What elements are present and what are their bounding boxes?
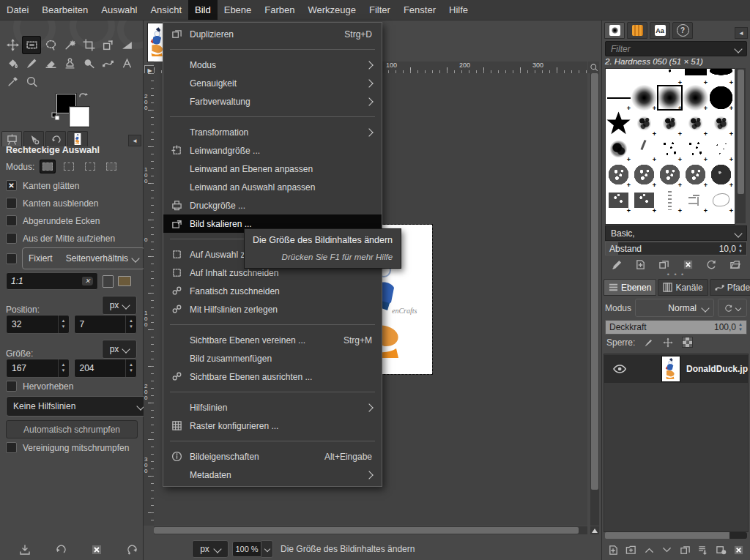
brush-item[interactable] [683, 136, 708, 162]
new-brush-icon[interactable] [635, 259, 646, 270]
brush-item[interactable] [631, 111, 657, 136]
horizontal-scrollbar[interactable] [154, 526, 587, 534]
mode-subtract-button[interactable] [82, 160, 98, 173]
landscape-icon[interactable] [118, 276, 131, 286]
menu-farben[interactable]: Farben [258, 0, 301, 20]
gradient-tool[interactable] [117, 36, 136, 54]
brush-item[interactable] [708, 187, 734, 213]
position-y-input[interactable]: 7 ▲▼ [74, 315, 138, 334]
menu-item-metadaten[interactable]: Metadaten [163, 466, 382, 484]
spinner-icon[interactable]: ▲▼ [58, 359, 69, 377]
fuzzy-select-tool[interactable] [60, 36, 79, 54]
brush-item[interactable] [606, 136, 631, 162]
fixed-combo[interactable]: Fixiert Seitenverhältnis [22, 247, 145, 269]
menu-fenster[interactable]: Fenster [397, 0, 442, 20]
brush-item[interactable] [708, 85, 734, 111]
raise-layer-icon[interactable] [644, 545, 655, 556]
mode-switch-button[interactable] [718, 299, 747, 317]
brush-item[interactable] [606, 85, 631, 111]
brush-item[interactable] [708, 111, 734, 136]
brush-item[interactable] [657, 68, 683, 85]
paintbrush-tool[interactable] [22, 54, 41, 72]
lower-layer-icon[interactable] [661, 545, 672, 556]
brush-item[interactable] [606, 111, 631, 136]
mode-replace-button[interactable] [40, 160, 56, 173]
fonts-tab[interactable]: Aa [650, 22, 670, 39]
statusbar-zoom-combo[interactable]: 100 % [232, 540, 273, 558]
transform-tool[interactable] [98, 36, 117, 54]
lock-alpha-icon[interactable] [682, 337, 693, 348]
brush-scrollbar-thumb[interactable] [738, 70, 744, 194]
vertical-scrollbar[interactable] [590, 73, 599, 526]
brush-item[interactable] [631, 162, 657, 187]
zoom-dropdown-icon[interactable] [261, 540, 273, 558]
menu-item-transformation[interactable]: Transformation [163, 123, 382, 141]
undo-history-tab[interactable] [45, 131, 66, 146]
rounded-corners-checkbox[interactable] [6, 215, 17, 226]
new-layer-group-icon[interactable] [625, 545, 636, 556]
statusbar-unit-dropdown[interactable]: px [192, 540, 229, 558]
fixed-checkbox[interactable] [6, 253, 17, 264]
size-unit-dropdown[interactable]: px [102, 340, 137, 359]
save-preset-icon[interactable] [19, 544, 31, 556]
default-colors-icon[interactable] [51, 112, 61, 124]
menu-item-bildeigenschaften[interactable]: BildeigenschaftenAlt+Eingabe [163, 447, 382, 466]
clear-ratio-icon[interactable]: ✕ [82, 277, 93, 285]
collapse-right-dock-icon[interactable]: ◄ [735, 27, 748, 39]
spinner-icon[interactable]: ▲▼ [58, 316, 69, 333]
brush-item[interactable] [657, 111, 683, 136]
navigation-preview-icon[interactable] [590, 526, 599, 534]
swap-colors-icon[interactable] [78, 90, 89, 102]
menu-item-hilfslinien-zerlegen[interactable]: Mit Hilfslinien zerlegen [163, 300, 382, 318]
clone-tool[interactable] [60, 54, 79, 72]
vertical-scrollbar-thumb[interactable] [591, 73, 598, 490]
brush-item[interactable] [683, 111, 708, 136]
move-tool[interactable] [3, 36, 22, 54]
position-x-input[interactable]: 32 ▲▼ [6, 315, 70, 334]
highlight-checkbox[interactable] [6, 381, 17, 392]
lock-pixels-icon[interactable] [644, 337, 654, 348]
brush-item[interactable] [683, 85, 708, 111]
menu-item-druckgroesse[interactable]: Druckgröße ... [163, 196, 382, 214]
brush-item[interactable] [683, 187, 708, 213]
menu-item-bild-zusammenfuegen[interactable]: Bild zusammenfügen [163, 349, 382, 367]
background-color-swatch[interactable] [70, 107, 89, 127]
smudge-tool[interactable] [79, 54, 98, 72]
eraser-tool[interactable] [41, 54, 60, 72]
text-tool[interactable] [117, 54, 136, 72]
brushes-tab[interactable] [604, 22, 625, 39]
antialias-checkbox[interactable]: ✕ [6, 180, 17, 191]
portrait-icon[interactable] [103, 275, 114, 288]
lock-position-icon[interactable] [663, 337, 673, 348]
layer-mode-dropdown[interactable]: Normal [635, 299, 714, 317]
expand-from-center-checkbox[interactable] [6, 233, 17, 244]
menu-item-modus[interactable]: Modus [163, 56, 382, 74]
horizontal-scrollbar-thumb[interactable] [154, 527, 579, 534]
layer-name[interactable]: DonaldDuck.jp [686, 364, 748, 374]
brush-group-dropdown[interactable]: Basic, [605, 225, 747, 241]
delete-brush-icon[interactable] [683, 259, 694, 270]
size-width-input[interactable]: 167 ▲▼ [6, 359, 70, 378]
brush-item[interactable] [708, 68, 734, 85]
menu-item-raster-konfigurieren[interactable]: Raster konfigurieren ... [163, 417, 382, 435]
menu-item-hilfslinien[interactable]: Hilfslinien [163, 398, 382, 417]
bucket-fill-tool[interactable] [3, 54, 22, 72]
brush-scrollbar[interactable] [736, 68, 746, 223]
spinner-icon[interactable]: ▲▼ [738, 322, 743, 332]
layer-list[interactable]: DonaldDuck.jp [604, 354, 749, 532]
menu-bild[interactable]: Bild [188, 0, 218, 20]
zoom-follow-window-icon[interactable] [588, 61, 599, 73]
spinner-icon[interactable]: ▲▼ [125, 316, 136, 333]
shrink-merged-checkbox[interactable] [6, 442, 17, 453]
spinner-icon[interactable]: ▲▼ [738, 243, 743, 253]
new-layer-icon[interactable] [608, 545, 619, 556]
brush-item[interactable] [708, 162, 734, 187]
menu-ebene[interactable]: Ebene [218, 0, 259, 20]
guides-dropdown[interactable]: Keine Hilfslinien [6, 396, 151, 417]
crop-tool[interactable] [79, 36, 98, 54]
open-brush-icon[interactable] [729, 259, 740, 270]
add-layer-mask-icon[interactable] [716, 545, 727, 556]
opacity-slider[interactable]: Deckkraft 100,0 ▲▼ [605, 320, 747, 335]
menu-auswahl[interactable]: Auswahl [94, 0, 144, 20]
menu-item-sichtbare-vereinen[interactable]: Sichtbare Ebenen vereinen ...Strg+M [163, 331, 382, 349]
